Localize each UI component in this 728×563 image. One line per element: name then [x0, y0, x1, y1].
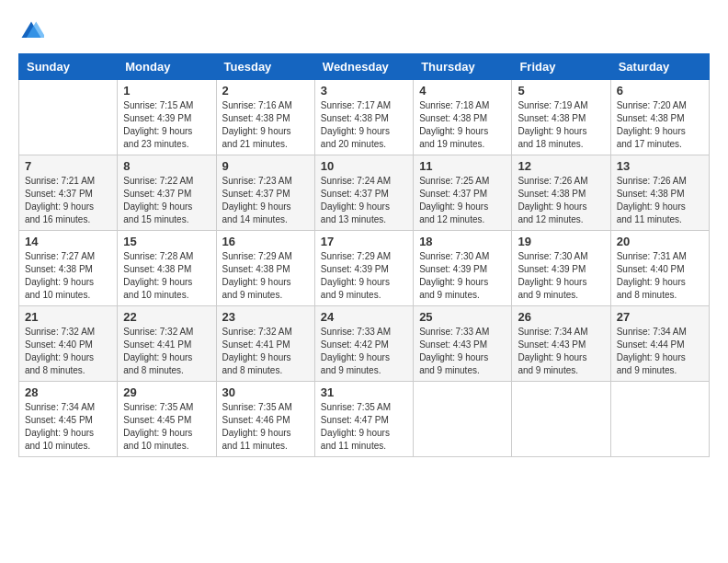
day-info: Sunrise: 7:29 AMSunset: 4:38 PMDaylight:…: [222, 250, 309, 302]
calendar-week-3: 14Sunrise: 7:27 AMSunset: 4:38 PMDayligh…: [19, 231, 710, 306]
calendar-cell: 12Sunrise: 7:26 AMSunset: 4:38 PMDayligh…: [512, 155, 610, 231]
day-number: 4: [419, 84, 506, 98]
day-info: Sunrise: 7:28 AMSunset: 4:38 PMDaylight:…: [123, 250, 210, 302]
day-info: Sunrise: 7:32 AMSunset: 4:40 PMDaylight:…: [25, 326, 111, 377]
header-saturday: Saturday: [610, 54, 709, 80]
calendar-cell: 4Sunrise: 7:18 AMSunset: 4:38 PMDaylight…: [414, 80, 512, 155]
calendar-cell: [19, 80, 118, 155]
day-info: Sunrise: 7:26 AMSunset: 4:38 PMDaylight:…: [617, 175, 703, 226]
day-number: 29: [123, 385, 210, 399]
header-wednesday: Wednesday: [314, 54, 413, 80]
day-number: 13: [617, 159, 703, 173]
day-info: Sunrise: 7:34 AMSunset: 4:43 PMDaylight:…: [518, 326, 604, 377]
calendar-cell: 10Sunrise: 7:24 AMSunset: 4:37 PMDayligh…: [314, 155, 413, 231]
day-number: 30: [222, 385, 309, 399]
day-number: 3: [321, 84, 407, 98]
header-monday: Monday: [118, 54, 216, 80]
calendar-cell: 21Sunrise: 7:32 AMSunset: 4:40 PMDayligh…: [19, 306, 118, 382]
calendar-cell: [414, 382, 512, 457]
calendar-cell: 6Sunrise: 7:20 AMSunset: 4:38 PMDaylight…: [610, 80, 709, 155]
calendar-cell: 7Sunrise: 7:21 AMSunset: 4:37 PMDaylight…: [19, 155, 118, 231]
calendar-table: SundayMondayTuesdayWednesdayThursdayFrid…: [18, 53, 710, 457]
calendar-cell: [512, 382, 610, 457]
day-info: Sunrise: 7:34 AMSunset: 4:45 PMDaylight:…: [25, 401, 111, 453]
day-info: Sunrise: 7:24 AMSunset: 4:37 PMDaylight:…: [321, 175, 407, 226]
day-number: 7: [25, 159, 111, 173]
day-info: Sunrise: 7:35 AMSunset: 4:46 PMDaylight:…: [222, 401, 309, 453]
day-info: Sunrise: 7:32 AMSunset: 4:41 PMDaylight:…: [123, 326, 210, 377]
calendar-week-2: 7Sunrise: 7:21 AMSunset: 4:37 PMDaylight…: [19, 155, 710, 231]
day-number: 19: [518, 235, 604, 248]
day-info: Sunrise: 7:20 AMSunset: 4:38 PMDaylight:…: [617, 99, 703, 151]
calendar-cell: 24Sunrise: 7:33 AMSunset: 4:42 PMDayligh…: [314, 306, 413, 382]
calendar-cell: 25Sunrise: 7:33 AMSunset: 4:43 PMDayligh…: [414, 306, 512, 382]
calendar-header-row: SundayMondayTuesdayWednesdayThursdayFrid…: [19, 54, 710, 80]
day-info: Sunrise: 7:27 AMSunset: 4:38 PMDaylight:…: [25, 250, 111, 302]
day-info: Sunrise: 7:35 AMSunset: 4:45 PMDaylight:…: [123, 401, 210, 453]
calendar-cell: 5Sunrise: 7:19 AMSunset: 4:38 PMDaylight…: [512, 80, 610, 155]
day-number: 31: [321, 385, 407, 399]
day-number: 18: [419, 235, 506, 248]
calendar-cell: 17Sunrise: 7:29 AMSunset: 4:39 PMDayligh…: [314, 231, 413, 306]
calendar-cell: 18Sunrise: 7:30 AMSunset: 4:39 PMDayligh…: [414, 231, 512, 306]
day-info: Sunrise: 7:25 AMSunset: 4:37 PMDaylight:…: [419, 175, 506, 226]
day-info: Sunrise: 7:32 AMSunset: 4:41 PMDaylight:…: [222, 326, 309, 377]
calendar-week-5: 28Sunrise: 7:34 AMSunset: 4:45 PMDayligh…: [19, 382, 710, 457]
day-info: Sunrise: 7:34 AMSunset: 4:44 PMDaylight:…: [617, 326, 703, 377]
day-info: Sunrise: 7:18 AMSunset: 4:38 PMDaylight:…: [419, 99, 506, 151]
header-sunday: Sunday: [19, 54, 118, 80]
calendar-cell: 15Sunrise: 7:28 AMSunset: 4:38 PMDayligh…: [118, 231, 216, 306]
calendar-cell: 14Sunrise: 7:27 AMSunset: 4:38 PMDayligh…: [19, 231, 118, 306]
day-info: Sunrise: 7:23 AMSunset: 4:37 PMDaylight:…: [222, 175, 309, 226]
day-number: 24: [321, 310, 407, 324]
logo-icon: [18, 18, 44, 44]
day-info: Sunrise: 7:31 AMSunset: 4:40 PMDaylight:…: [617, 250, 703, 302]
day-info: Sunrise: 7:22 AMSunset: 4:37 PMDaylight:…: [123, 175, 210, 226]
day-info: Sunrise: 7:21 AMSunset: 4:37 PMDaylight:…: [25, 175, 111, 226]
calendar-cell: 2Sunrise: 7:16 AMSunset: 4:38 PMDaylight…: [216, 80, 314, 155]
calendar-cell: 30Sunrise: 7:35 AMSunset: 4:46 PMDayligh…: [216, 382, 314, 457]
day-number: 27: [617, 310, 703, 324]
day-info: Sunrise: 7:19 AMSunset: 4:38 PMDaylight:…: [518, 99, 604, 151]
day-info: Sunrise: 7:16 AMSunset: 4:38 PMDaylight:…: [222, 99, 309, 151]
day-number: 8: [123, 159, 210, 173]
day-number: 16: [222, 235, 309, 248]
calendar-cell: 16Sunrise: 7:29 AMSunset: 4:38 PMDayligh…: [216, 231, 314, 306]
day-number: 12: [518, 159, 604, 173]
day-info: Sunrise: 7:29 AMSunset: 4:39 PMDaylight:…: [321, 250, 407, 302]
header-thursday: Thursday: [414, 54, 512, 80]
calendar-cell: 31Sunrise: 7:35 AMSunset: 4:47 PMDayligh…: [314, 382, 413, 457]
header-tuesday: Tuesday: [216, 54, 314, 80]
day-number: 28: [25, 385, 111, 399]
day-number: 14: [25, 235, 111, 248]
day-info: Sunrise: 7:26 AMSunset: 4:38 PMDaylight:…: [518, 175, 604, 226]
day-number: 1: [123, 84, 210, 98]
calendar-cell: 22Sunrise: 7:32 AMSunset: 4:41 PMDayligh…: [118, 306, 216, 382]
day-number: 25: [419, 310, 506, 324]
calendar-cell: 19Sunrise: 7:30 AMSunset: 4:39 PMDayligh…: [512, 231, 610, 306]
day-number: 2: [222, 84, 309, 98]
calendar-cell: [610, 382, 709, 457]
calendar-cell: 28Sunrise: 7:34 AMSunset: 4:45 PMDayligh…: [19, 382, 118, 457]
calendar-cell: 27Sunrise: 7:34 AMSunset: 4:44 PMDayligh…: [610, 306, 709, 382]
day-number: 10: [321, 159, 407, 173]
calendar-cell: 1Sunrise: 7:15 AMSunset: 4:39 PMDaylight…: [118, 80, 216, 155]
calendar-week-1: 1Sunrise: 7:15 AMSunset: 4:39 PMDaylight…: [19, 80, 710, 155]
calendar-cell: 29Sunrise: 7:35 AMSunset: 4:45 PMDayligh…: [118, 382, 216, 457]
calendar-cell: 20Sunrise: 7:31 AMSunset: 4:40 PMDayligh…: [610, 231, 709, 306]
calendar-cell: 26Sunrise: 7:34 AMSunset: 4:43 PMDayligh…: [512, 306, 610, 382]
day-number: 22: [123, 310, 210, 324]
day-number: 5: [518, 84, 604, 98]
calendar-cell: 13Sunrise: 7:26 AMSunset: 4:38 PMDayligh…: [610, 155, 709, 231]
logo: [18, 18, 48, 44]
day-info: Sunrise: 7:35 AMSunset: 4:47 PMDaylight:…: [321, 401, 407, 453]
header-friday: Friday: [512, 54, 610, 80]
day-number: 26: [518, 310, 604, 324]
page-header: [18, 18, 710, 44]
day-number: 21: [25, 310, 111, 324]
day-info: Sunrise: 7:30 AMSunset: 4:39 PMDaylight:…: [518, 250, 604, 302]
day-info: Sunrise: 7:15 AMSunset: 4:39 PMDaylight:…: [123, 99, 210, 151]
day-info: Sunrise: 7:33 AMSunset: 4:43 PMDaylight:…: [419, 326, 506, 377]
day-info: Sunrise: 7:30 AMSunset: 4:39 PMDaylight:…: [419, 250, 506, 302]
day-number: 11: [419, 159, 506, 173]
